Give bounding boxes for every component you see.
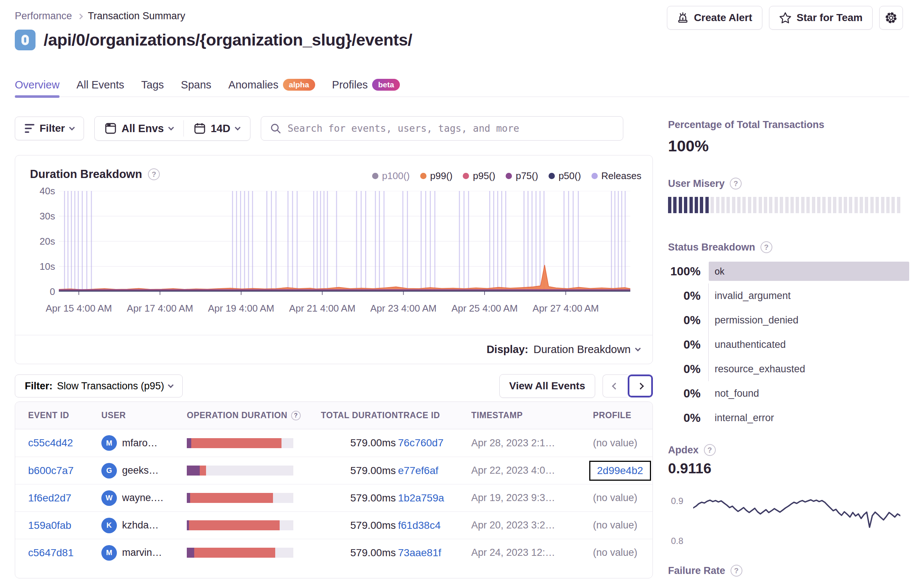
profile-cell: (no value) bbox=[582, 520, 640, 531]
profile-cell: (no value) bbox=[582, 437, 640, 449]
transactions-filter-dropdown[interactable]: Filter: Slow Transactions (p95) bbox=[15, 374, 183, 397]
legend-item-Releases[interactable]: Releases bbox=[591, 170, 642, 182]
search-input[interactable]: Search for events, users, tags, and more bbox=[261, 116, 623, 141]
profile-no-value: (no value) bbox=[593, 437, 637, 449]
misery-stripe bbox=[684, 197, 687, 213]
event-id-link[interactable]: 1f6ed2d7 bbox=[28, 492, 101, 504]
status-label: unauthenticated bbox=[709, 339, 785, 351]
user-misery-bar bbox=[668, 197, 900, 213]
legend-label: Releases bbox=[601, 170, 642, 182]
misery-stripe bbox=[695, 197, 698, 213]
status-breakdown-rows: 100%ok0%invalid_argument0%permission_den… bbox=[668, 259, 909, 430]
column-header-timestamp: TIMESTAMP bbox=[471, 411, 582, 420]
x-tick-label: Apr 15 4:00 AM bbox=[46, 303, 112, 314]
db-segment bbox=[187, 548, 194, 558]
alpha-badge: alpha bbox=[283, 79, 315, 91]
trace-id-link[interactable]: e77ef6af bbox=[398, 465, 471, 477]
legend-dot bbox=[420, 173, 426, 179]
profile-cell: (no value) bbox=[582, 492, 640, 504]
trace-id-link[interactable]: f61d38c4 bbox=[398, 520, 471, 531]
pagination bbox=[602, 374, 653, 397]
misery-stripe bbox=[705, 197, 709, 213]
event-id-link[interactable]: c5647d81 bbox=[28, 547, 101, 559]
next-page-button[interactable] bbox=[628, 374, 653, 397]
tab-overview[interactable]: Overview bbox=[15, 79, 59, 93]
legend-label: p95() bbox=[473, 170, 495, 182]
status-label: permission_denied bbox=[709, 315, 799, 326]
legend-dot bbox=[463, 173, 469, 179]
tab-spans[interactable]: Spans bbox=[181, 79, 211, 93]
help-icon[interactable] bbox=[148, 168, 160, 180]
profile-no-value: (no value) bbox=[593, 547, 637, 558]
duration-breakdown-card: Duration Breakdown p100()p99()p95()p75()… bbox=[15, 155, 653, 364]
table-row: c55c4d42Mmfaro…579.00ms76c760d7Apr 28, 2… bbox=[15, 429, 652, 457]
date-range-selector[interactable]: 14D bbox=[184, 117, 250, 140]
misery-stripe bbox=[796, 197, 799, 213]
event-id-link[interactable]: 159a0fab bbox=[28, 520, 101, 531]
chevron-left-icon bbox=[612, 382, 619, 389]
trace-id-link[interactable]: 73aae81f bbox=[398, 547, 471, 559]
legend-dot bbox=[591, 173, 598, 179]
legend-item-p100[interactable]: p100() bbox=[372, 170, 410, 182]
misery-stripe bbox=[849, 197, 852, 213]
beta-badge: beta bbox=[372, 79, 400, 91]
display-dropdown[interactable]: Display: Duration Breakdown bbox=[487, 343, 640, 356]
trace-id-link[interactable]: 1b2a759a bbox=[398, 492, 471, 504]
misery-stripe bbox=[833, 197, 837, 213]
legend-item-p99[interactable]: p99() bbox=[420, 170, 453, 182]
y-tick-label: 40s bbox=[40, 185, 55, 197]
status-row-invalid_argument: 0%invalid_argument bbox=[668, 283, 909, 308]
header-actions: Create Alert Star for Team bbox=[667, 6, 903, 30]
status-label: invalid_argument bbox=[709, 290, 791, 301]
chart-legend: p100()p99()p95()p75()p50()Releases bbox=[372, 170, 642, 182]
event-id-link[interactable]: b600c7a7 bbox=[28, 465, 101, 477]
table-header: EVENT IDUSEROPERATION DURATIONTOTAL DURA… bbox=[15, 402, 652, 429]
settings-button[interactable] bbox=[879, 6, 903, 30]
event-id-link[interactable]: c55c4d42 bbox=[28, 437, 101, 449]
breadcrumb-performance-link[interactable]: Performance bbox=[15, 10, 72, 22]
avatar: M bbox=[101, 545, 117, 561]
misery-stripe bbox=[891, 197, 895, 213]
legend-item-p95[interactable]: p95() bbox=[463, 170, 495, 182]
misery-stripe bbox=[897, 197, 900, 213]
legend-item-p75[interactable]: p75() bbox=[506, 170, 538, 182]
chart-title: Duration Breakdown bbox=[30, 168, 142, 181]
misery-stripe bbox=[721, 197, 724, 213]
avatar: M bbox=[101, 435, 117, 451]
filter-bar: Filter All Envs 14D bbox=[15, 116, 623, 141]
status-percentage: 0% bbox=[668, 338, 701, 352]
previous-page-button[interactable] bbox=[602, 374, 628, 397]
x-tick-label: Apr 17 4:00 AM bbox=[127, 303, 193, 314]
toolbar-right: View All Events bbox=[499, 374, 653, 398]
events-toolbar: Filter: Slow Transactions (p95) View All… bbox=[15, 374, 653, 398]
profile-link[interactable]: 2d99e4b2 bbox=[597, 465, 643, 476]
status-percentage: 0% bbox=[668, 387, 701, 401]
chevron-down-icon bbox=[69, 124, 75, 130]
help-icon[interactable] bbox=[731, 565, 742, 576]
tab-profiles[interactable]: Profilesbeta bbox=[332, 79, 400, 93]
help-icon[interactable] bbox=[730, 178, 742, 189]
view-all-events-button[interactable]: View All Events bbox=[499, 374, 595, 398]
help-icon[interactable] bbox=[761, 241, 772, 253]
tab-all-events[interactable]: All Events bbox=[77, 79, 124, 93]
status-label: not_found bbox=[709, 388, 759, 399]
create-alert-button[interactable]: Create Alert bbox=[667, 6, 762, 30]
legend-dot bbox=[372, 173, 378, 179]
filter-button[interactable]: Filter bbox=[15, 117, 84, 140]
tab-label: All Events bbox=[77, 79, 124, 91]
operation-duration-bar bbox=[187, 493, 293, 503]
tab-anomalies[interactable]: Anomaliesalpha bbox=[228, 79, 315, 93]
tab-bar: OverviewAll EventsTagsSpansAnomaliesalph… bbox=[15, 76, 400, 96]
help-icon[interactable] bbox=[291, 411, 301, 420]
legend-item-p50[interactable]: p50() bbox=[549, 170, 581, 182]
total-duration: 579.00ms bbox=[317, 547, 398, 559]
status-label: resource_exhausted bbox=[709, 363, 805, 375]
user-cell: Wwayne.… bbox=[101, 490, 187, 506]
help-icon[interactable] bbox=[704, 444, 716, 456]
trace-id-link[interactable]: 76c760d7 bbox=[398, 437, 471, 449]
tab-tags[interactable]: Tags bbox=[141, 79, 164, 93]
environment-selector[interactable]: All Envs bbox=[95, 117, 183, 140]
sidebar: Percentage of Total Transactions 100% Us… bbox=[668, 119, 909, 581]
star-for-team-button[interactable]: Star for Team bbox=[769, 6, 873, 30]
misery-stripe bbox=[844, 197, 847, 213]
